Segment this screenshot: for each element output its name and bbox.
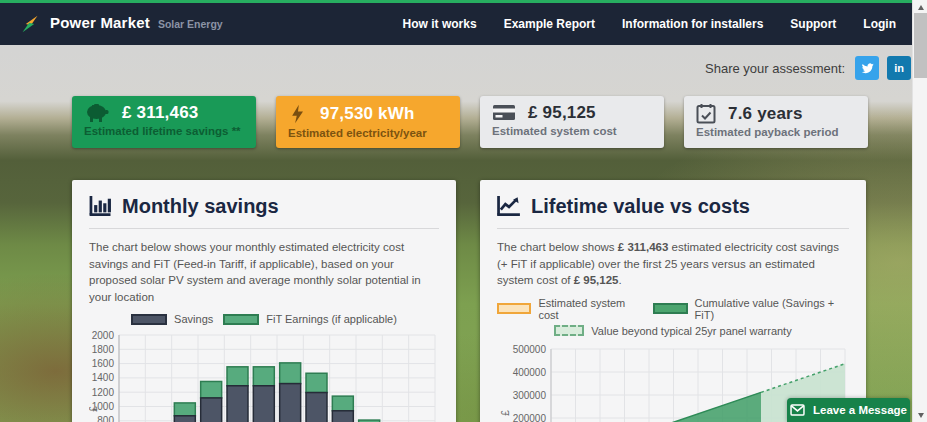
bar-fit-Apr bbox=[201, 381, 222, 397]
twitter-icon bbox=[861, 62, 874, 75]
svg-text:1200: 1200 bbox=[92, 387, 115, 398]
monthly-savings-title-row: Monthly savings bbox=[89, 194, 439, 218]
monthly-savings-chart-svg: 2000180016001400120010008006004002000£ bbox=[89, 331, 439, 422]
stat-value: £ 311,463 bbox=[122, 103, 199, 123]
stat-label: Estimated payback period bbox=[696, 126, 856, 138]
lifetime-value-panel: Lifetime value vs costs The chart below … bbox=[480, 180, 866, 422]
svg-text:400000: 400000 bbox=[513, 366, 547, 377]
navbar: Power Market Solar Energy How it works E… bbox=[0, 0, 912, 45]
bar-savings-Aug bbox=[306, 393, 327, 422]
bar-savings-Apr bbox=[201, 398, 222, 422]
stat-card-electricity-year: 97,530 kWh Estimated electricity/year bbox=[276, 96, 460, 148]
legend-label-fit: FiT Earnings (if applicable) bbox=[266, 313, 397, 325]
monthly-savings-chart: 2000180016001400120010008006004002000£ bbox=[89, 331, 439, 422]
nav-link-example-report[interactable]: Example Report bbox=[504, 17, 595, 31]
share-twitter-button[interactable] bbox=[855, 56, 879, 80]
envelope-icon bbox=[790, 404, 805, 416]
svg-text:2000: 2000 bbox=[92, 331, 115, 341]
svg-text:200000: 200000 bbox=[513, 412, 547, 422]
share-label: Share your assessment: bbox=[705, 61, 845, 76]
stat-label: Estimated electricity/year bbox=[288, 127, 448, 139]
legend-label-savings: Savings bbox=[174, 313, 213, 325]
piggy-bank-icon bbox=[84, 103, 110, 123]
monthly-savings-panel: Monthly savings The chart below shows yo… bbox=[72, 180, 456, 422]
divider bbox=[497, 228, 849, 229]
svg-text:500000: 500000 bbox=[513, 343, 547, 354]
bar-fit-Sep bbox=[332, 396, 353, 411]
nav-link-login[interactable]: Login bbox=[863, 17, 896, 31]
panel-title: Lifetime value vs costs bbox=[531, 195, 750, 218]
lightning-bolt-icon bbox=[288, 103, 308, 125]
divider bbox=[89, 228, 439, 229]
lifetime-value-title-row: Lifetime value vs costs bbox=[497, 194, 849, 218]
scrollbar-down-arrow[interactable] bbox=[913, 408, 927, 422]
brand[interactable]: Power Market Solar Energy bbox=[20, 14, 223, 34]
svg-text:1400: 1400 bbox=[92, 372, 115, 383]
legend-label-warranty: Value beyond typical 25yr panel warranty bbox=[591, 325, 791, 337]
bar-savings-Sep bbox=[332, 411, 353, 422]
bar-savings-May bbox=[227, 386, 248, 422]
leave-message-button[interactable]: Leave a Message bbox=[787, 398, 910, 422]
line-chart-icon bbox=[497, 196, 521, 216]
bar-savings-Jul bbox=[280, 384, 301, 422]
bar-fit-Jul bbox=[280, 363, 301, 384]
svg-text:300000: 300000 bbox=[513, 389, 547, 400]
legend-label-system-cost: Estimated system cost bbox=[538, 297, 643, 321]
legend-swatch-system-cost bbox=[497, 303, 531, 314]
triangle-down-icon bbox=[918, 413, 924, 418]
brand-bolt-icon bbox=[20, 14, 40, 34]
bar-fit-Mar bbox=[174, 403, 195, 416]
stat-label: Estimated lifetime savings ** bbox=[84, 125, 244, 137]
stat-card-system-cost: £ 95,125 Estimated system cost bbox=[480, 96, 664, 148]
svg-text:£: £ bbox=[89, 406, 99, 412]
lifetime-chart-legend-row1: Estimated system cost Cumulative value (… bbox=[497, 297, 849, 321]
legend-swatch-fit bbox=[223, 314, 259, 325]
credit-card-icon bbox=[492, 104, 516, 122]
scrollbar-thumb[interactable] bbox=[914, 13, 927, 78]
bar-fit-Aug bbox=[306, 373, 327, 392]
share-row: Share your assessment: in bbox=[705, 56, 911, 80]
page-background: Power Market Solar Energy How it works E… bbox=[0, 0, 927, 422]
share-linkedin-button[interactable]: in bbox=[887, 56, 911, 80]
stat-label: Estimated system cost bbox=[492, 125, 652, 137]
stat-value: 97,530 kWh bbox=[320, 104, 415, 124]
triangle-up-icon bbox=[918, 5, 924, 10]
legend-label-cumulative: Cumulative value (Savings + FiT) bbox=[695, 297, 849, 321]
nav-links: How it works Example Report Information … bbox=[403, 17, 896, 31]
leave-message-label: Leave a Message bbox=[813, 404, 907, 416]
legend-swatch-savings bbox=[131, 314, 167, 325]
bar-savings-Mar bbox=[174, 416, 195, 422]
calendar-check-icon bbox=[696, 103, 716, 124]
brand-tagline: Solar Energy bbox=[158, 18, 223, 30]
stat-value: £ 95,125 bbox=[528, 103, 596, 123]
bar-fit-May bbox=[227, 367, 248, 386]
svg-text:800: 800 bbox=[97, 415, 114, 422]
panel-title: Monthly savings bbox=[122, 195, 279, 218]
legend-swatch-warranty bbox=[554, 325, 584, 336]
stat-card-lifetime-savings: £ 311,463 Estimated lifetime savings ** bbox=[72, 96, 256, 148]
bar-savings-Jun bbox=[253, 386, 274, 422]
stat-card-payback-period: 7.6 years Estimated payback period bbox=[684, 96, 868, 148]
monthly-chart-legend: Savings FiT Earnings (if applicable) bbox=[89, 313, 439, 325]
monthly-savings-description: The chart below shows your monthly estim… bbox=[89, 239, 439, 305]
vertical-scrollbar[interactable] bbox=[912, 0, 927, 422]
nav-link-information-for-installers[interactable]: Information for installers bbox=[622, 17, 763, 31]
svg-text:1800: 1800 bbox=[92, 344, 115, 355]
lifetime-value-description: The chart below shows £ 311,463 estimate… bbox=[497, 239, 849, 289]
svg-text:£: £ bbox=[500, 409, 511, 415]
bar-fit-Jun bbox=[253, 367, 274, 386]
nav-link-support[interactable]: Support bbox=[790, 17, 836, 31]
brand-name: Power Market bbox=[50, 14, 150, 31]
legend-swatch-cumulative bbox=[653, 303, 687, 314]
svg-text:1600: 1600 bbox=[92, 358, 115, 369]
nav-link-how-it-works[interactable]: How it works bbox=[403, 17, 477, 31]
scrollbar-up-arrow[interactable] bbox=[913, 0, 927, 14]
stat-cards: £ 311,463 Estimated lifetime savings ** … bbox=[72, 96, 868, 148]
bar-chart-icon bbox=[89, 196, 112, 216]
stat-value: 7.6 years bbox=[728, 104, 803, 124]
lifetime-chart-legend-row2: Value beyond typical 25yr panel warranty bbox=[497, 325, 849, 337]
linkedin-icon: in bbox=[894, 62, 904, 74]
